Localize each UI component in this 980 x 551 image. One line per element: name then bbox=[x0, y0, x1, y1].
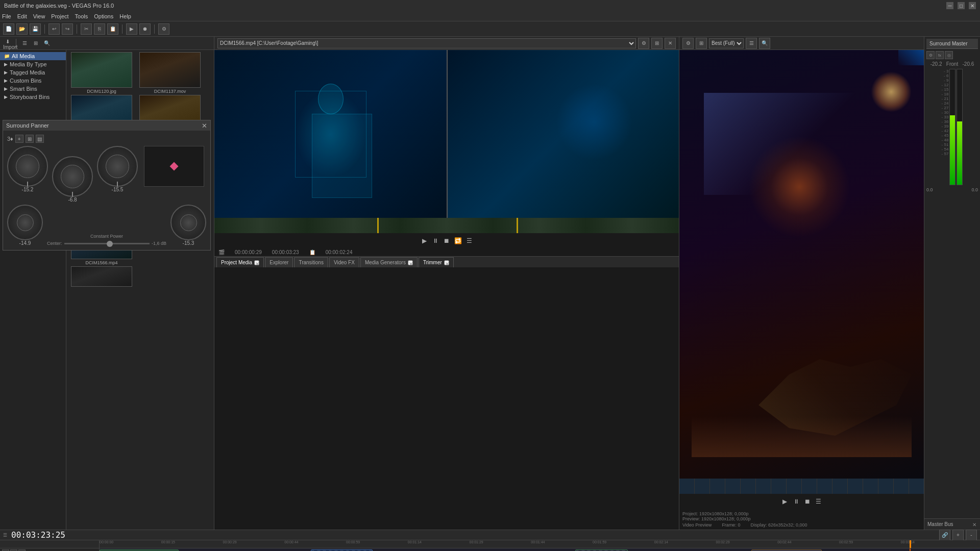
menu-view[interactable]: View bbox=[33, 13, 45, 19]
trimmer-settings-btn[interactable]: ⚙ bbox=[638, 38, 649, 49]
panner-grid-btn[interactable]: ⊞ bbox=[26, 135, 34, 143]
panner-add-btn[interactable]: + bbox=[15, 135, 23, 143]
tree-item-smart-bins[interactable]: ▶ Smart Bins bbox=[0, 85, 66, 93]
panner-mode-btn[interactable]: ▤ bbox=[36, 135, 44, 143]
open-button[interactable]: 📂 bbox=[16, 23, 28, 35]
right-stop-btn[interactable]: ⏹ bbox=[803, 497, 812, 506]
restore-button[interactable]: □ bbox=[958, 2, 965, 9]
sm-settings-btn[interactable]: ⚙ bbox=[926, 51, 935, 59]
trimmer-time-dur: 00:00:03:23 bbox=[272, 249, 299, 255]
tab-project-media-close[interactable]: ✕ bbox=[254, 260, 259, 265]
panner-right-circle[interactable] bbox=[97, 146, 138, 187]
trimmer-time-icon: 🎬 bbox=[218, 249, 225, 255]
trimmer-filmstrip bbox=[214, 218, 679, 233]
tree-item-all-media[interactable]: 📁 All Media bbox=[0, 52, 66, 60]
right-play-btn[interactable]: ▶ bbox=[780, 497, 790, 506]
preview-settings-btn[interactable]: ⚙ bbox=[682, 38, 694, 49]
media-thumb-2[interactable]: DCIM1137.mov bbox=[137, 52, 203, 94]
timeline-options-icon[interactable]: ☰ bbox=[3, 533, 7, 538]
tab-media-generators[interactable]: Media Generators ✕ bbox=[360, 257, 418, 267]
panner-controls-row: 3♦ + ⊞ ▤ bbox=[7, 135, 206, 143]
surround-panner-close[interactable]: ✕ bbox=[202, 122, 207, 130]
right-pause-btn[interactable]: ⏸ bbox=[792, 497, 801, 506]
ruler-content: 00:00:00 00:00:15 00:00:29 00:00:44 00:0… bbox=[100, 540, 980, 548]
track-area: 00:00:00 00:00:15 00:00:29 00:00:44 00:0… bbox=[100, 540, 980, 551]
save-button[interactable]: 💾 bbox=[30, 23, 41, 35]
tab-project-media[interactable]: Project Media ✕ bbox=[216, 257, 264, 267]
menu-edit[interactable]: Edit bbox=[17, 13, 27, 19]
panner-center-circle[interactable] bbox=[52, 156, 93, 197]
trimmer-grid-btn[interactable]: ⊞ bbox=[651, 38, 663, 49]
panner-bl-inner bbox=[17, 214, 34, 231]
media-thumb-1[interactable]: DCIM1120.jpg bbox=[68, 52, 135, 94]
media-thumb-8[interactable] bbox=[68, 266, 135, 287]
trimmer-play-btn[interactable]: ▶ bbox=[420, 236, 429, 245]
panner-field[interactable] bbox=[144, 146, 204, 187]
media-zoom-btn[interactable]: 🔍 bbox=[42, 39, 52, 48]
copy-button[interactable]: ⎘ bbox=[94, 23, 105, 35]
trimmer-pause-btn[interactable]: ⏸ bbox=[431, 236, 440, 245]
tree-item-tagged-media[interactable]: ▶ Tagged Media bbox=[0, 68, 66, 77]
timeline-snap-btn[interactable]: 🔗 bbox=[939, 530, 950, 541]
tab-explorer[interactable]: Explorer bbox=[265, 257, 293, 267]
preview-more-btn[interactable]: ☰ bbox=[746, 38, 757, 49]
preview-zoom-btn[interactable]: 🔍 bbox=[759, 38, 770, 49]
trimmer-video-preview bbox=[214, 50, 679, 218]
preview-frame-info: Video Preview Frame: 0 Display: 626x352x… bbox=[682, 522, 921, 528]
menu-options[interactable]: Options bbox=[94, 13, 113, 19]
panner-center-knob bbox=[61, 165, 84, 188]
panner-left-circle[interactable] bbox=[7, 146, 48, 187]
tab-media-generators-close[interactable]: ✕ bbox=[408, 260, 413, 265]
bottom-tabs: Project Media ✕ Explorer Transitions Vid… bbox=[214, 256, 679, 267]
redo-button[interactable]: ↪ bbox=[62, 23, 73, 35]
sm-more-btn[interactable]: ◎ bbox=[945, 51, 953, 59]
tree-item-custom-bins[interactable]: ▶ Custom Bins bbox=[0, 77, 66, 85]
timeline-zoom-out-btn[interactable]: - bbox=[966, 530, 977, 541]
play-button[interactable]: ▶ bbox=[126, 23, 137, 35]
trimmer-file-select[interactable]: DCIM1566.mp4 [C:\User\Footage\Gaming\] bbox=[217, 38, 636, 48]
tree-item-storyboard-bins[interactable]: ▶ Storyboard Bins bbox=[0, 93, 66, 101]
tab-trimmer[interactable]: Trimmer ✕ bbox=[419, 257, 454, 267]
sm-fx-btn[interactable]: fx bbox=[936, 51, 944, 59]
import-media-button[interactable]: ⬇ Import Media... bbox=[3, 39, 12, 48]
panner-left-indicator bbox=[27, 182, 28, 187]
trimmer-loop-btn[interactable]: 🔁 bbox=[453, 236, 462, 245]
trimmer-close-btn[interactable]: ✕ bbox=[665, 38, 676, 49]
panner-bottom-right-circle[interactable] bbox=[170, 205, 206, 240]
timeline-header: ☰ 00:03:23:25 🔗 + - bbox=[0, 530, 980, 540]
menu-help[interactable]: Help bbox=[119, 13, 131, 19]
tree-label-smart-bins: Smart Bins bbox=[10, 86, 37, 92]
panner-center-slider[interactable] bbox=[64, 243, 150, 244]
panner-mode-group: Constant Power Center: -1,6 dB bbox=[47, 234, 166, 246]
ruler-mark-7: 00:01:44 bbox=[531, 540, 545, 544]
right-more-btn[interactable]: ☰ bbox=[814, 497, 823, 506]
trimmer-more-btn[interactable]: ☰ bbox=[464, 236, 474, 245]
tab-trimmer-close[interactable]: ✕ bbox=[444, 260, 449, 265]
record-button[interactable]: ⏺ bbox=[139, 23, 151, 35]
close-button[interactable]: ✕ bbox=[969, 2, 976, 9]
media-grid-btn[interactable]: ⊞ bbox=[31, 39, 40, 48]
paste-button[interactable]: 📋 bbox=[107, 23, 118, 35]
new-button[interactable]: 📄 bbox=[3, 23, 14, 35]
tab-transitions[interactable]: Transitions bbox=[294, 257, 328, 267]
master-bus-close[interactable]: ✕ bbox=[972, 522, 977, 527]
cut-button[interactable]: ✂ bbox=[81, 23, 92, 35]
preview-expand-btn[interactable]: ⊞ bbox=[696, 38, 707, 49]
menu-project[interactable]: Project bbox=[51, 13, 68, 19]
preview-quality-select[interactable]: Best (Full) bbox=[709, 38, 744, 48]
right-filmstrip bbox=[679, 479, 924, 494]
panner-br-val: -15.3 bbox=[183, 240, 194, 246]
render-button[interactable]: ⚙ bbox=[158, 23, 169, 35]
panner-bottom-left-circle[interactable] bbox=[7, 205, 43, 240]
minimize-button[interactable]: ─ bbox=[946, 2, 953, 9]
menu-file[interactable]: File bbox=[2, 13, 11, 19]
tab-video-fx[interactable]: Video FX bbox=[329, 257, 359, 267]
media-view-btn[interactable]: ☰ bbox=[20, 39, 29, 48]
menu-tools[interactable]: Tools bbox=[75, 13, 88, 19]
nebula-left bbox=[704, 93, 857, 195]
timeline-zoom-in-btn[interactable]: + bbox=[952, 530, 964, 541]
sm-front-label: -20.2 Front -20.6 bbox=[926, 61, 978, 67]
trimmer-stop-btn[interactable]: ⏹ bbox=[442, 236, 451, 245]
tree-item-media-by-type[interactable]: ▶ Media By Type bbox=[0, 60, 66, 68]
undo-button[interactable]: ↩ bbox=[48, 23, 60, 35]
